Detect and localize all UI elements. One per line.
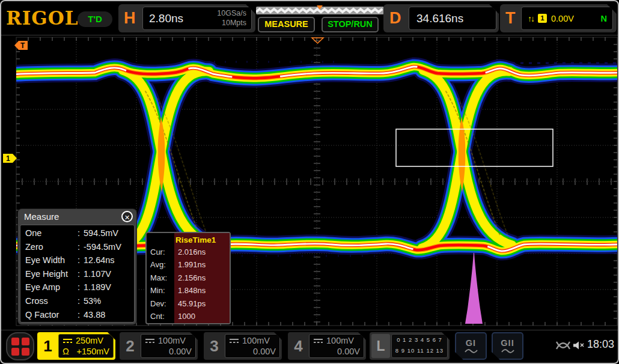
crossing-histogram xyxy=(465,253,483,324)
svg-text:1: 1 xyxy=(6,154,10,163)
stat-row-min: Min:1.848ns xyxy=(147,284,230,297)
trigger-status-badge: T'D xyxy=(78,11,112,27)
timebase-value: 2.80ns xyxy=(149,12,183,25)
logic-row-2: 8 9 10 11 12 13 14 15 xyxy=(392,345,447,364)
bottombar-divider xyxy=(1,330,619,330)
channel-3-offset: 0.00V xyxy=(253,346,276,357)
delay-label: D xyxy=(389,9,401,28)
channel-2-offset: 0.00V xyxy=(169,346,192,357)
svg-text:T: T xyxy=(20,41,25,50)
measure-row-zero: Zero:-594.5mV xyxy=(20,240,134,254)
channel-4-number: 4 xyxy=(288,332,309,360)
stat-row-max: Max:2.156ns xyxy=(147,271,230,284)
impedance-icon: Ω xyxy=(63,346,69,357)
channel-2-settings: 100mV 0.00V xyxy=(141,334,196,358)
horizontal-label: H xyxy=(124,9,136,28)
channel-3-block[interactable]: 3 100mV 0.00V xyxy=(204,332,282,360)
channel-1-number: 1 xyxy=(37,332,58,360)
stat-row-avg: Avg:1.991ns xyxy=(147,258,230,271)
measure-row-eye-height: Eye Height:1.107V xyxy=(20,267,134,281)
channel-2-scale: 100mV xyxy=(158,335,186,346)
dc-coupling-icon xyxy=(229,338,239,344)
channel-4-scale: 100mV xyxy=(326,335,354,346)
measure-row-eye-width: Eye Width:12.64ns xyxy=(20,253,134,267)
channel-4-settings: 100mV 0.00V xyxy=(309,334,364,358)
sine-wave-icon xyxy=(464,347,478,354)
measure-row-q-factor: Q Factor:43.88 xyxy=(20,308,134,322)
horizontal-timebase-group[interactable]: H 2.80ns 10GSa/s 10Mpts xyxy=(118,4,255,32)
generator-2-label: GII xyxy=(501,339,514,347)
channel-4-offset: 0.00V xyxy=(337,346,360,357)
channel-3-settings: 100mV 0.00V xyxy=(225,334,280,358)
stat-row-dev: Dev:45.91ps xyxy=(147,297,230,310)
dc-coupling-icon xyxy=(63,338,73,344)
menu-button[interactable] xyxy=(6,332,34,360)
oscilloscope-screen: RIGOL T'D H 2.80ns 10GSa/s 10Mpts MEASUR… xyxy=(0,0,619,364)
stat-popup-title: RiseTime1 xyxy=(147,233,230,246)
channel1-position-flag[interactable]: 1 xyxy=(3,154,17,163)
trigger-slope-icon: ↑↓ xyxy=(528,14,534,23)
measure-panel-header[interactable]: Measure ✕ xyxy=(18,209,136,225)
channel-1-block[interactable]: 1 250mV Ω +150mV xyxy=(37,332,115,360)
channel-2-number: 2 xyxy=(120,332,141,360)
close-icon[interactable]: ✕ xyxy=(121,211,133,222)
sample-rate: 10GSa/s xyxy=(217,9,246,19)
generator-1-label: GI xyxy=(466,339,476,347)
trigger-level-value: 0.00V xyxy=(551,14,574,23)
measure-panel: Measure ✕ One:594.5mV Zero:-594.5mV Eye … xyxy=(18,209,136,324)
measure-row-cross: Cross:53% xyxy=(20,294,134,308)
channel-4-block[interactable]: 4 100mV 0.00V xyxy=(288,332,366,360)
measure-row-one: One:594.5mV xyxy=(20,226,134,240)
speaker-muted-icon[interactable] xyxy=(573,340,585,351)
stat-row-cur: Cur:2.016ns xyxy=(147,246,230,258)
channel-3-number: 3 xyxy=(204,332,225,360)
clock: 18:03 xyxy=(587,338,614,351)
sine-wave-icon xyxy=(501,347,515,354)
logic-analyzer-block[interactable]: L 0 1 2 3 4 5 6 7 8 9 10 11 12 13 14 15 xyxy=(370,332,450,360)
memory-depth: 10Mpts xyxy=(217,19,246,28)
stop-run-button[interactable]: STOP/RUN xyxy=(322,17,379,32)
delay-value: 34.616ns xyxy=(416,12,463,25)
stat-popup-risetime: RiseTime1 Cur:2.016ns Avg:1.991ns Max:2.… xyxy=(145,232,231,324)
trigger-group[interactable]: T ↑↓ 1 0.00V N xyxy=(500,4,617,32)
measure-panel-title: Measure xyxy=(24,211,59,222)
logic-channel-list: 0 1 2 3 4 5 6 7 8 9 10 11 12 13 14 15 xyxy=(391,334,448,358)
logic-row-1: 0 1 2 3 4 5 6 7 xyxy=(392,335,447,345)
channel-1-offset: +150mV xyxy=(77,346,109,357)
channel-2-block[interactable]: 2 100mV 0.00V xyxy=(120,332,198,360)
channel-1-scale: 250mV xyxy=(76,335,103,346)
measure-button[interactable]: MEASURE xyxy=(258,17,315,32)
menu-grid-icon xyxy=(11,338,29,356)
waveform-preview-strip[interactable] xyxy=(256,5,384,15)
stat-row-cnt: Cnt:1000 xyxy=(147,310,230,323)
channel-1-settings: 250mV Ω +150mV xyxy=(58,334,114,358)
logic-label: L xyxy=(371,334,390,358)
trigger-label: T xyxy=(505,9,516,28)
delay-group[interactable]: D 34.616ns xyxy=(383,4,499,32)
dc-coupling-icon xyxy=(313,338,323,344)
brand-logo: RIGOL xyxy=(6,7,79,29)
generator-2-button[interactable]: GII xyxy=(492,332,523,360)
dc-coupling-icon xyxy=(145,338,155,344)
trigger-coupling: N xyxy=(601,14,607,23)
trigger-source-badge: 1 xyxy=(538,14,547,23)
measure-panel-body: One:594.5mV Zero:-594.5mV Eye Width:12.6… xyxy=(20,225,135,323)
channel-3-scale: 100mV xyxy=(242,335,270,346)
measure-row-eye-amp: Eye Amp:1.189V xyxy=(20,281,134,294)
eye-mode-icon xyxy=(555,339,571,351)
generator-1-button[interactable]: GI xyxy=(455,332,487,360)
